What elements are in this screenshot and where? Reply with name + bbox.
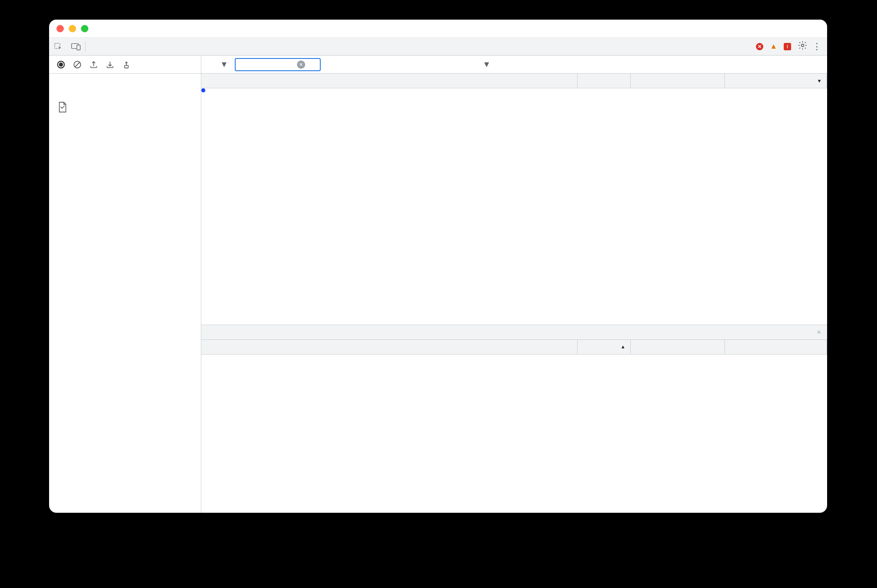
- minimize-window[interactable]: [69, 25, 76, 32]
- extension-count[interactable]: ⁝: [784, 43, 793, 50]
- col-distance-r[interactable]: ▲: [578, 340, 631, 354]
- titlebar: [49, 20, 827, 38]
- pane-grip-icon[interactable]: ≡: [817, 329, 821, 335]
- retainers-bar: ≡: [201, 325, 827, 340]
- kebab-icon[interactable]: ⋮: [812, 41, 821, 52]
- heap-snapshots-label: [49, 85, 201, 97]
- profiles-sidebar: [49, 74, 201, 513]
- view-select[interactable]: ▼: [208, 60, 228, 69]
- col-retained-r[interactable]: [725, 340, 827, 354]
- warning-count[interactable]: ▲: [770, 42, 779, 51]
- svg-rect-2: [77, 45, 80, 50]
- snapshot-item[interactable]: [49, 97, 201, 117]
- clear-filter-icon[interactable]: ✕: [297, 61, 305, 69]
- col-distance[interactable]: [578, 74, 631, 88]
- svg-point-3: [801, 44, 804, 47]
- gc-icon[interactable]: [122, 60, 131, 69]
- inspect-element-icon[interactable]: [49, 42, 67, 51]
- col-constructor[interactable]: [201, 74, 578, 88]
- devtools-window: ✕ ▲ ⁝ ⋮ ▼ ✕ ▼: [49, 20, 827, 513]
- snapshot-icon: [58, 101, 68, 114]
- traffic-lights: [56, 25, 88, 32]
- record-icon[interactable]: [56, 60, 65, 69]
- clear-icon[interactable]: [73, 60, 82, 69]
- error-count[interactable]: ✕: [756, 43, 765, 50]
- svg-rect-8: [124, 65, 128, 67]
- col-object[interactable]: [201, 340, 578, 354]
- constructors-header: ▼: [201, 74, 827, 88]
- object-scope-select[interactable]: ▼: [327, 60, 491, 69]
- gear-icon[interactable]: [798, 40, 807, 52]
- class-filter-input[interactable]: [240, 59, 293, 70]
- svg-point-5: [59, 62, 63, 66]
- constructors-rows[interactable]: [201, 88, 827, 325]
- device-toolbar-icon[interactable]: [67, 43, 85, 51]
- memory-toolbar: ▼ ✕ ▼: [49, 56, 827, 74]
- class-filter[interactable]: ✕: [235, 58, 321, 71]
- constructors-pane: ▼: [201, 74, 827, 325]
- col-shallow-r[interactable]: [631, 340, 725, 354]
- main-tabstrip: ✕ ▲ ⁝ ⋮: [49, 38, 827, 56]
- retainers-pane: ▲: [201, 340, 827, 513]
- import-icon[interactable]: [106, 60, 115, 69]
- col-retained[interactable]: ▼: [725, 74, 827, 88]
- col-shallow[interactable]: [631, 74, 725, 88]
- export-icon[interactable]: [89, 60, 98, 69]
- retainers-rows[interactable]: [201, 355, 827, 513]
- close-window[interactable]: [56, 25, 64, 32]
- zoom-window[interactable]: [81, 25, 88, 32]
- svg-line-7: [75, 62, 80, 67]
- profiles-title: [49, 74, 201, 85]
- retainers-header: ▲: [201, 340, 827, 355]
